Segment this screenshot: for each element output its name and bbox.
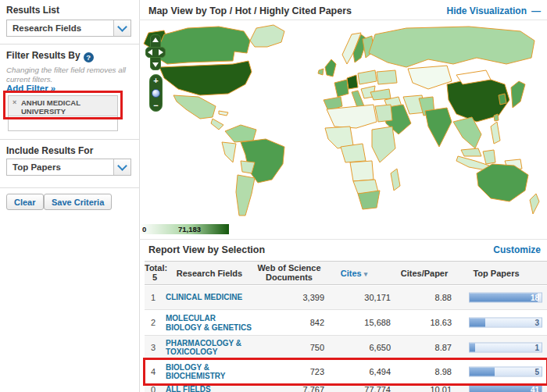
country-canada (155, 27, 250, 64)
active-filter-tag[interactable]: × ANHUI MEDICAL UNIVERSITY (9, 96, 117, 116)
top-papers-bar: 18 (469, 293, 542, 303)
bar-value: 18 (531, 294, 539, 302)
country-greenland (250, 25, 284, 47)
country-india (425, 108, 452, 147)
sort-desc-icon[interactable]: ▾ (364, 269, 368, 277)
cites-cell: 6,494 (324, 367, 391, 376)
add-filter-link[interactable]: Add Filter » (6, 84, 55, 93)
sidebar-divider (0, 187, 139, 188)
sidebar-main-divider (139, 0, 140, 392)
zoom-in-button[interactable]: + (153, 77, 158, 84)
top-papers-bar: 41 (469, 385, 542, 392)
country-ukraine (377, 70, 397, 84)
zoom-out-button[interactable]: − (153, 102, 158, 109)
map-zoom-control[interactable]: + − (149, 74, 163, 112)
include-results-dropdown[interactable]: Top Papers (6, 159, 131, 176)
help-icon[interactable]: ? (84, 52, 94, 62)
countries[interactable] (144, 25, 539, 216)
map-pan-control[interactable] (145, 34, 166, 70)
bar-track: 18 (469, 293, 542, 303)
chevron-down-icon[interactable] (113, 159, 130, 175)
field-link[interactable]: ALL FIELDS (166, 385, 253, 392)
bar-track: 5 (469, 366, 542, 376)
country-south-africa (358, 191, 380, 209)
column-header-cites[interactable]: Cites ▾ (323, 268, 385, 278)
country-japan (511, 81, 525, 108)
region-central-europe (358, 70, 377, 84)
collapse-icon[interactable]: — (531, 5, 541, 16)
include-results-value: Top Papers (7, 162, 61, 172)
active-filter-list: × ANHUI MEDICAL UNIVERSITY (8, 95, 118, 131)
results-list-heading: Results List (6, 5, 59, 16)
country-russia (369, 27, 534, 67)
top-papers-bar: 3 (469, 318, 542, 328)
table-row: 3PHARMACOLOGY & TOXICOLOGY7506,6508.871 (145, 336, 547, 359)
world-choropleth-map[interactable] (141, 23, 547, 219)
results-list-value: Research Fields (7, 23, 81, 33)
pan-right-icon[interactable] (159, 49, 163, 55)
cites-per-paper-cell: 8.98 (395, 367, 452, 376)
pan-down-icon[interactable] (152, 62, 159, 67)
clear-button[interactable]: Clear (6, 194, 44, 210)
cites-sort-label[interactable]: Cites (341, 268, 362, 277)
rank-cell: 1 (145, 293, 162, 302)
bar-fill (470, 319, 485, 327)
active-filter-label: ANHUI MEDICAL UNIVERSITY (21, 98, 80, 116)
table-row: 1CLINICAL MEDICINE3,39930,1718.8818 (145, 286, 547, 310)
country-egypt (375, 105, 392, 122)
country-cuba (219, 111, 228, 116)
cites-cell: 6,650 (324, 343, 391, 352)
chevron-down-icon[interactable] (113, 20, 130, 36)
field-link[interactable]: BIOLOGY & BIOCHEMISTRY (166, 362, 253, 380)
country-france (334, 80, 349, 97)
field-link[interactable]: MOLECULAR BIOLOGY & GENETICS (166, 314, 253, 332)
country-nigeria (341, 144, 366, 162)
docs-cell: 3,399 (254, 293, 324, 302)
essential-science-indicators-page: Results List Research Fields Filter Resu… (0, 0, 547, 392)
bar-track: 1 (469, 342, 542, 352)
table-row: 2MOLECULAR BIOLOGY & GENETICS84215,68818… (145, 310, 547, 336)
filter-results-label: Filter Results By (6, 50, 80, 61)
remove-filter-icon[interactable]: × (13, 98, 16, 107)
include-results-heading: Include Results For (6, 145, 93, 156)
customize-link[interactable]: Customize (493, 244, 541, 255)
column-header-cites-per-paper: Cites/Paper (389, 268, 459, 278)
total-value: 5 (145, 273, 165, 283)
region-borneo (483, 150, 495, 164)
hide-visualization-link[interactable]: Hide Visualization — (447, 5, 541, 16)
docs-cell: 7,767 (254, 385, 324, 392)
top-papers-bar: 1 (469, 342, 542, 352)
hide-visualization-label[interactable]: Hide Visualization (447, 5, 527, 16)
region-argentina-chile (236, 175, 255, 216)
docs-cell: 723 (254, 367, 324, 376)
country-peru (222, 142, 236, 162)
sidebar: Results List Research Fields Filter Resu… (0, 0, 139, 392)
legend-max-label: 71,183 (178, 225, 201, 233)
results-list-dropdown[interactable]: Research Fields (6, 20, 131, 37)
save-criteria-button[interactable]: Save Criteria (44, 194, 112, 210)
field-link[interactable]: PHARMACOLOGY & TOXICOLOGY (166, 338, 253, 356)
globe-icon[interactable] (152, 89, 160, 98)
table-row-highlighted: 4BIOLOGY & BIOCHEMISTRY7236,4948.985 (145, 359, 547, 384)
cites-cell: 15,688 (324, 318, 391, 327)
pan-left-icon[interactable] (148, 49, 152, 55)
table-body: 1CLINICAL MEDICINE3,39930,1718.88182MOLE… (145, 286, 547, 392)
cites-per-paper-cell: 18.63 (395, 318, 452, 327)
bar-fill (470, 343, 475, 351)
map-view-title: Map View by Top / Hot / Highly Cited Pap… (148, 5, 352, 16)
region-central-america (211, 119, 223, 130)
cites-per-paper-cell: 8.88 (395, 293, 452, 302)
rank-cell: 0 (145, 385, 162, 392)
docs-cell: 842 (254, 318, 324, 327)
pan-up-icon[interactable] (152, 37, 159, 42)
region-colombia-venezuela (225, 125, 256, 142)
bar-value: 41 (531, 386, 539, 392)
bar-track: 41 (469, 385, 542, 392)
field-link[interactable]: CLINICAL MEDICINE (166, 293, 253, 302)
top-papers-bar: 5 (469, 366, 542, 376)
country-south-korea (499, 94, 506, 105)
table-header: Total: 5 Research Fields Web of Science … (145, 261, 547, 285)
country-uk (325, 59, 336, 77)
legend-min-label: 0 (142, 225, 146, 233)
filter-note: Changing the filter field removes all cu… (6, 66, 133, 84)
